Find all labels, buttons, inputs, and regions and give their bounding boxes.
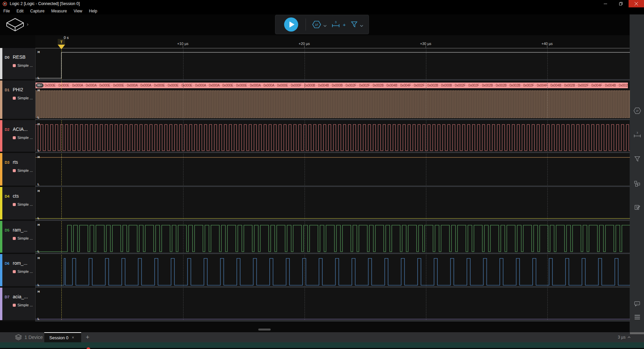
analyzer-chip[interactable]: Simple ... xyxy=(13,136,33,140)
channel-color-stripe xyxy=(0,221,2,253)
close-button[interactable] xyxy=(629,0,644,7)
measurements-icon[interactable]: 3 xyxy=(633,131,641,139)
maximize-button[interactable] xyxy=(613,0,629,7)
chevron-up-icon xyxy=(628,336,631,338)
waveform-row-d3[interactable] xyxy=(36,153,630,187)
menu-help[interactable]: Help xyxy=(86,9,101,13)
analyzer-chip[interactable]: Simple ... xyxy=(13,96,33,100)
measure-icon[interactable]: 3 xyxy=(331,20,340,29)
device-count-label: 1 Device xyxy=(24,335,43,340)
analyzer-chip[interactable]: Simple ... xyxy=(13,236,33,240)
svg-text:3: 3 xyxy=(335,20,336,24)
play-icon xyxy=(289,21,294,28)
channel-label-d1[interactable]: D1PHI2Simple ... xyxy=(0,81,35,120)
capture-toolbar: 1F 3 + xyxy=(275,15,369,34)
channel-id: D2 xyxy=(5,128,9,132)
channel-label-d6[interactable]: D6rom_...Simple ... xyxy=(0,254,35,288)
menu-edit[interactable]: Edit xyxy=(13,9,27,13)
channel-name: PHI2 xyxy=(13,87,23,92)
analyzer-label: Simple ... xyxy=(17,168,33,172)
channel-name: acia_... xyxy=(13,294,28,299)
channel-label-d3[interactable]: D3rtsSimple ... xyxy=(0,153,35,187)
analyzer-overflow-badge: 99+ xyxy=(36,83,44,88)
channel-sidebar: D0RESBSimple ...D1PHI2Simple ...D2ACIA..… xyxy=(0,48,36,321)
toolbar-separator xyxy=(306,18,306,31)
tab-close-icon[interactable]: × xyxy=(72,335,74,340)
saleae-logo[interactable] xyxy=(5,17,25,34)
analyzer-chip[interactable]: Simple ... xyxy=(13,269,33,273)
chevron-down-icon[interactable] xyxy=(323,22,327,28)
waveform-row-d7[interactable] xyxy=(36,288,630,321)
channel-label-d5[interactable]: D5ram_...Simple ... xyxy=(0,221,35,254)
timeline-ruler[interactable]: +10 µs+20 µs+30 µs+40 µs xyxy=(35,35,630,48)
timeline-zoom-control[interactable]: 3 µs xyxy=(618,332,631,342)
analyzer-dot-icon xyxy=(13,136,16,139)
level-high-label: H xyxy=(38,50,42,54)
ruler-tick-mark xyxy=(304,45,305,48)
analyzer-chip[interactable]: Simple ... xyxy=(13,202,33,206)
level-high-label: H xyxy=(38,223,42,227)
channel-name: rts xyxy=(13,159,18,165)
waveform-row-d2[interactable] xyxy=(36,120,630,153)
feedback-icon[interactable] xyxy=(633,300,641,308)
level-high-label: H xyxy=(38,256,42,260)
ruler-tick-mark xyxy=(426,45,426,48)
extensions-icon[interactable] xyxy=(633,180,641,188)
menu-view[interactable]: View xyxy=(70,9,86,13)
filter-icon[interactable] xyxy=(351,21,358,28)
channel-id: D5 xyxy=(5,228,9,232)
waveform-row-d6[interactable] xyxy=(36,254,630,288)
title-bar[interactable]: Logic 2 [Logic - Connected] [Session 0] xyxy=(0,0,644,7)
channel-name: RESB xyxy=(13,54,25,60)
channel-color-stripe xyxy=(0,254,2,286)
analyzer-label: Simple ... xyxy=(17,96,33,100)
minimize-button[interactable] xyxy=(598,0,613,7)
row-divider xyxy=(36,320,630,321)
capture-settings-icon[interactable]: 1F xyxy=(633,107,641,115)
level-high-label: H xyxy=(38,290,42,293)
waveform-row-d4[interactable] xyxy=(36,187,630,221)
analyzer-dot-icon xyxy=(13,203,16,206)
play-button[interactable] xyxy=(284,17,298,32)
channel-label-d0[interactable]: D0RESBSimple ... xyxy=(0,48,35,81)
analyzer-label: Simple ... xyxy=(17,202,33,206)
analyzer-chip[interactable]: Simple ... xyxy=(13,303,33,307)
bottom-accent-strip xyxy=(0,342,644,348)
capture-mode-icon[interactable]: 1F xyxy=(312,20,321,29)
horizontal-scrollbar[interactable] xyxy=(258,329,271,331)
main-menu-icon[interactable] xyxy=(633,313,641,321)
channel-label-d2[interactable]: D2ACIA...Simple ... xyxy=(0,120,35,153)
sidebar-expand-icon[interactable]: › xyxy=(27,21,29,27)
channel-label-d4[interactable]: D4ctsSimple ... xyxy=(0,187,35,221)
analyzer-dot-icon xyxy=(13,169,16,172)
menu-capture[interactable]: Capture xyxy=(27,9,48,13)
menu-file[interactable]: File xyxy=(0,9,13,13)
trigger-marker[interactable]: T xyxy=(58,39,65,45)
filter-icon[interactable] xyxy=(633,155,641,163)
device-selector[interactable]: 1 Device xyxy=(15,332,48,342)
analyzer-dot-icon xyxy=(13,304,16,307)
add-measurement-button[interactable]: + xyxy=(343,22,346,28)
channel-color-stripe xyxy=(0,48,2,79)
level-low-label: L xyxy=(38,116,42,119)
level-high-label: H xyxy=(38,155,42,159)
channel-label-d7[interactable]: D7acia_...Simple ... xyxy=(0,288,35,321)
zoom-level-label: 3 µs xyxy=(618,335,626,340)
analyzer-dot-icon xyxy=(13,64,16,67)
chevron-down-icon[interactable] xyxy=(360,22,363,28)
analyzer-chip[interactable]: Simple ... xyxy=(13,168,33,172)
top-strip: › 1F 3 + xyxy=(0,14,644,35)
waveform-row-d0[interactable] xyxy=(36,48,630,81)
session-tab[interactable]: Session 0 × xyxy=(44,332,81,342)
annotations-icon[interactable] xyxy=(633,203,641,211)
logic2-window: Logic 2 [Logic - Connected] [Session 0] … xyxy=(0,0,644,349)
session-tab-label: Session 0 xyxy=(49,335,68,340)
app-icon xyxy=(3,2,7,6)
ruler-tick-mark xyxy=(183,45,183,48)
waveform-row-d1[interactable] xyxy=(36,81,630,120)
analyzer-chip[interactable]: Simple ... xyxy=(13,63,33,67)
new-tab-button[interactable]: + xyxy=(83,333,92,342)
menu-measure[interactable]: Measure xyxy=(48,9,70,13)
channel-id: D7 xyxy=(5,295,9,299)
waveform-row-d5[interactable] xyxy=(36,221,630,254)
